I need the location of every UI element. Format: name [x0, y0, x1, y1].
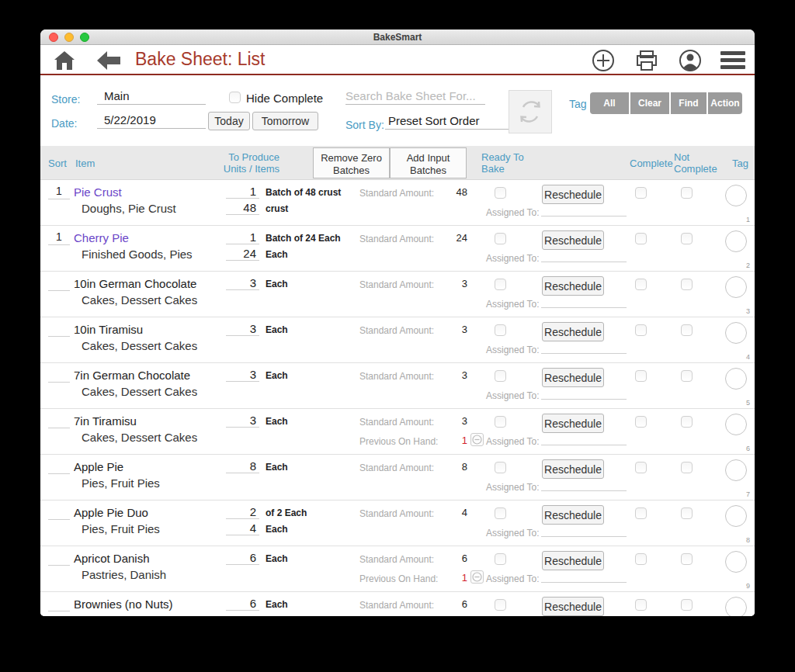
tag-find-button[interactable]: Find [671, 92, 706, 114]
produce-qty-input[interactable]: 2 [226, 505, 259, 519]
assigned-to-input[interactable] [541, 249, 627, 262]
not-complete-checkbox[interactable] [681, 416, 693, 428]
tag-radio[interactable] [725, 459, 747, 481]
produce-qty-input[interactable]: 1 [226, 230, 259, 244]
tag-action-button[interactable]: Action [708, 92, 742, 114]
not-complete-checkbox[interactable] [681, 553, 693, 565]
complete-checkbox[interactable] [635, 324, 647, 336]
not-complete-checkbox[interactable] [681, 507, 693, 519]
assigned-to-input[interactable] [541, 615, 627, 616]
tag-clear-button[interactable]: Clear [630, 92, 669, 114]
decrement-button[interactable] [470, 570, 484, 584]
complete-checkbox[interactable] [635, 599, 647, 611]
assigned-to-input[interactable] [541, 570, 627, 583]
reschedule-button[interactable]: Reschedule [542, 597, 604, 616]
ready-to-bake-checkbox[interactable] [495, 370, 506, 382]
produce-qty-input[interactable]: 24 [226, 247, 259, 261]
ready-to-bake-checkbox[interactable] [495, 507, 506, 519]
not-complete-checkbox[interactable] [681, 187, 693, 199]
not-complete-checkbox[interactable] [681, 599, 693, 611]
produce-qty-input[interactable]: 4 [226, 521, 259, 535]
produce-qty-input[interactable]: 6 [226, 551, 259, 565]
complete-checkbox[interactable] [635, 279, 647, 290]
table-row: 7in Tiramisu Cakes, Dessert Cakes 3 Each… [40, 409, 755, 455]
search-input[interactable]: Search Bake Sheet For... [345, 89, 485, 105]
ready-to-bake-checkbox[interactable] [495, 416, 506, 428]
home-button[interactable] [53, 49, 76, 72]
tag-radio[interactable] [725, 368, 747, 390]
assigned-to-input[interactable] [541, 478, 627, 491]
tag-radio[interactable] [725, 551, 747, 573]
produce-qty-input[interactable]: 3 [226, 276, 259, 290]
tag-radio[interactable] [725, 414, 747, 435]
complete-checkbox[interactable] [635, 553, 647, 565]
tag-radio[interactable] [725, 505, 747, 527]
produce-qty-input[interactable]: 6 [226, 597, 259, 611]
tag-radio[interactable] [725, 185, 747, 206]
produce-qty-input[interactable]: 3 [226, 322, 259, 336]
decrement-button[interactable] [470, 433, 484, 446]
reschedule-button[interactable]: Reschedule [542, 505, 604, 525]
not-complete-checkbox[interactable] [681, 233, 693, 244]
complete-checkbox[interactable] [635, 187, 647, 199]
complete-checkbox[interactable] [635, 233, 647, 244]
assigned-to-input[interactable] [541, 524, 627, 537]
row-number: 9 [746, 582, 750, 590]
ready-to-bake-checkbox[interactable] [495, 279, 506, 290]
produce-qty-input[interactable]: 48 [226, 201, 259, 215]
date-input[interactable]: 5/22/2019 [97, 113, 206, 129]
tomorrow-button[interactable]: Tomorrow [252, 112, 318, 130]
print-button[interactable] [635, 49, 658, 72]
menu-button[interactable] [720, 51, 745, 70]
complete-checkbox[interactable] [635, 416, 647, 428]
minus-circle-icon [471, 571, 483, 583]
tag-all-button[interactable]: All [590, 92, 629, 114]
not-complete-checkbox[interactable] [681, 279, 693, 290]
standard-amount-value: 6 [429, 552, 467, 564]
add-input-batches-button[interactable]: Add Input Batches [390, 147, 467, 178]
user-button[interactable] [679, 49, 702, 72]
tag-radio[interactable] [725, 597, 747, 616]
reschedule-button[interactable]: Reschedule [542, 230, 604, 250]
refresh-button[interactable] [509, 90, 552, 133]
today-button[interactable]: Today [208, 112, 250, 130]
assigned-to-input[interactable] [541, 432, 627, 445]
not-complete-checkbox[interactable] [681, 370, 693, 382]
add-button[interactable] [592, 49, 615, 72]
assigned-to-input[interactable] [541, 295, 627, 308]
produce-qty-input[interactable]: 3 [226, 368, 259, 382]
not-complete-checkbox[interactable] [681, 324, 693, 336]
tag-radio[interactable] [725, 322, 747, 344]
complete-checkbox[interactable] [635, 462, 647, 473]
reschedule-button[interactable]: Reschedule [542, 459, 604, 479]
assigned-to-input[interactable] [541, 341, 627, 354]
reschedule-button[interactable]: Reschedule [542, 185, 604, 204]
reschedule-button[interactable]: Reschedule [542, 322, 604, 341]
complete-checkbox[interactable] [635, 370, 647, 382]
sort-by-input[interactable]: Preset Sort Order [385, 114, 515, 130]
tag-radio[interactable] [725, 230, 747, 252]
complete-checkbox[interactable] [635, 507, 647, 519]
produce-qty-input[interactable]: 3 [226, 414, 259, 428]
previous-on-hand-label: Previous On Hand: [359, 573, 438, 584]
assigned-to-input[interactable] [541, 203, 627, 216]
remove-zero-batches-button[interactable]: Remove Zero Batches [313, 147, 390, 178]
reschedule-button[interactable]: Reschedule [542, 368, 604, 387]
hide-complete-checkbox[interactable] [229, 92, 241, 103]
produce-qty-input[interactable]: 1 [226, 185, 259, 199]
ready-to-bake-checkbox[interactable] [495, 553, 506, 565]
reschedule-button[interactable]: Reschedule [542, 551, 604, 570]
back-button[interactable] [96, 50, 120, 74]
ready-to-bake-checkbox[interactable] [495, 187, 506, 199]
ready-to-bake-checkbox[interactable] [495, 599, 506, 611]
not-complete-checkbox[interactable] [681, 462, 693, 473]
store-input[interactable]: Main [97, 89, 206, 105]
reschedule-button[interactable]: Reschedule [542, 414, 604, 433]
assigned-to-input[interactable] [541, 386, 627, 400]
tag-radio[interactable] [725, 276, 747, 298]
ready-to-bake-checkbox[interactable] [495, 462, 506, 473]
reschedule-button[interactable]: Reschedule [542, 276, 604, 296]
produce-qty-input[interactable]: 8 [226, 459, 259, 473]
ready-to-bake-checkbox[interactable] [495, 233, 506, 244]
ready-to-bake-checkbox[interactable] [495, 324, 506, 336]
